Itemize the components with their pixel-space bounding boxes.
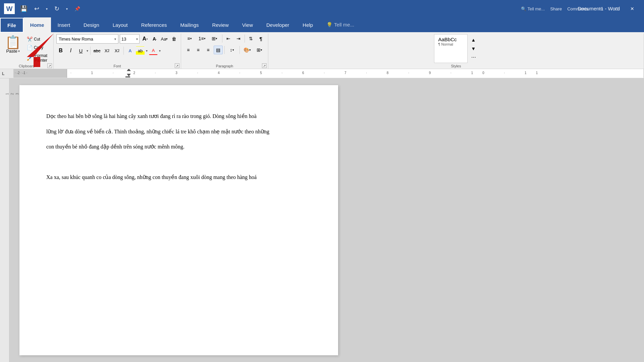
ruler: L · -2 · -1 · · 1 · 2 · 3 · 4 · 5 · 6 · … (0, 69, 644, 78)
sort-button[interactable]: ⇅ (247, 34, 256, 43)
paste-button[interactable]: 📋 Paste ▾ (3, 34, 23, 55)
tab-help[interactable]: Help (296, 17, 320, 32)
normal-style[interactable]: AaBbCc ¶ Normal (434, 34, 468, 63)
decrease-indent-button[interactable]: ⇤ (224, 34, 233, 43)
increase-indent-button[interactable]: ⇥ (234, 34, 243, 43)
font-size-select[interactable]: 13 ▾ (120, 34, 140, 44)
font-expand-button[interactable]: ↗ (175, 63, 179, 68)
subscript-button[interactable]: X2 (103, 46, 111, 55)
font-group: Times New Roma ▾ 13 ▾ A+ A- Aa▾ 🗑 B I (54, 34, 181, 69)
title-bar-right: 🔍 Tell me... Share Comments ─ □ ✕ (521, 3, 640, 14)
bullets-button[interactable]: ≡▾ (184, 34, 195, 43)
ribbon: 📋 Paste ▾ ✂️ Cut 📄 Copy (0, 32, 644, 69)
styles-group-label: Styles (451, 64, 461, 68)
comments-button[interactable]: Comments (567, 6, 588, 11)
format-painter-icon: 🖌️ (27, 55, 33, 61)
format-painter-button[interactable]: 🖌️ Format Painter (24, 52, 51, 64)
change-case-button[interactable]: Aa▾ (160, 35, 169, 43)
styles-more-button[interactable]: ⋯ (469, 53, 478, 62)
copy-button[interactable]: 📄 Copy (24, 44, 51, 51)
undo-dropdown-button[interactable]: ▾ (43, 6, 50, 12)
doc-paragraph-2[interactable]: lững lờ' đưa dòng về biển cả. Thinh thoả… (46, 127, 311, 136)
grow-font-button[interactable]: A+ (141, 35, 149, 43)
paragraph-expand-button[interactable]: ↗ (262, 63, 267, 68)
highlight-dropdown-arrow[interactable]: ▾ (146, 49, 148, 53)
clipboard-group-label: Clipboard (19, 64, 35, 68)
close-button[interactable]: ✕ (625, 3, 640, 14)
styles-scroll-up-button[interactable]: ▲ (469, 36, 478, 44)
styles-scroll-down-button[interactable]: ▼ (469, 44, 478, 53)
cut-button[interactable]: ✂️ Cut (24, 36, 51, 43)
tab-insert[interactable]: Insert (51, 17, 77, 32)
underline-dropdown-arrow[interactable]: ▾ (87, 49, 88, 53)
justify-icon: ▤ (216, 47, 220, 53)
clear-formatting-button[interactable]: 🗑 (170, 35, 178, 43)
tab-mailings[interactable]: Mailings (174, 17, 206, 32)
multilevel-list-button[interactable]: ⊞▾ (209, 34, 220, 43)
paste-icon: 📋 (5, 36, 21, 49)
font-color-dropdown-arrow[interactable]: ▾ (159, 49, 161, 53)
doc-paragraph-1[interactable]: Dọc theo hai bên bờ sông là hai hàng cây… (46, 112, 311, 121)
title-bar-left: W 💾 ↩ ▾ ↻ ▾ 📌 (4, 3, 83, 14)
line-spacing-button[interactable]: ↕▾ (226, 46, 237, 54)
redo-button[interactable]: ↻ (52, 4, 62, 14)
shading-button[interactable]: 🎨▾ (241, 46, 253, 54)
show-hide-button[interactable]: ¶ (256, 34, 265, 43)
search-tell-me[interactable]: 🔍 Tell me... (521, 6, 545, 11)
doc-paragraph-3[interactable]: con thuyền bé nhỏ đang dập dềnh trên són… (46, 142, 311, 151)
align-right-button[interactable]: ≡ (204, 46, 213, 54)
align-center-icon: ≡ (197, 47, 200, 53)
justify-button[interactable]: ▤ (214, 46, 223, 54)
customize-qat-button[interactable]: ▾ (63, 6, 70, 12)
clipboard-expand-button[interactable]: ↗ (47, 63, 52, 68)
align-center-button[interactable]: ≡ (194, 46, 203, 54)
save-button[interactable]: 💾 (17, 4, 30, 14)
tab-stop-icon[interactable]: L (2, 71, 4, 76)
quick-access-toolbar: 💾 ↩ ▾ ↻ ▾ 📌 (17, 4, 83, 14)
paragraph-group-label: Paragraph (216, 64, 233, 68)
tab-view[interactable]: View (235, 17, 260, 32)
strikethrough-button[interactable]: abc (93, 46, 101, 55)
shrink-font-button[interactable]: A- (151, 35, 159, 43)
font-name-select[interactable]: Times New Roma ▾ (56, 34, 118, 44)
doc-paragraph-5[interactable]: Xa xa, sau khúc quanh co của dòng sông, … (46, 173, 311, 182)
underline-button[interactable]: U (76, 46, 85, 55)
tab-developer[interactable]: Developer (260, 17, 296, 32)
tab-tell[interactable]: 💡 Tell me... (320, 17, 361, 32)
line-spacing-icon: ↕ (230, 47, 232, 53)
tab-design[interactable]: Design (77, 17, 106, 32)
tab-home[interactable]: Home (23, 17, 51, 32)
font-size-dropdown-arrow[interactable]: ▾ (136, 37, 138, 41)
numbering-icon: 1≡ (199, 36, 204, 41)
text-effects-button[interactable]: A (126, 46, 135, 55)
document-page: Dọc theo hai bên bờ sông là hai hàng cây… (19, 85, 338, 355)
share-button[interactable]: Share (550, 6, 562, 11)
undo-button[interactable]: ↩ (32, 4, 42, 14)
tab-references[interactable]: References (135, 17, 174, 32)
tab-review[interactable]: Review (206, 17, 235, 32)
left-ruler: -2 -1 1 2 3 (0, 78, 9, 362)
bold-button[interactable]: B (56, 46, 65, 55)
clipboard-group: 📋 Paste ▾ ✂️ Cut 📄 Copy (0, 34, 54, 69)
superscript-button[interactable]: X2 (113, 46, 121, 55)
borders-icon: ⊞ (257, 47, 261, 53)
numbering-button[interactable]: 1≡▾ (196, 34, 208, 43)
document-area[interactable]: Dọc theo hai bên bờ sông là hai hàng cây… (9, 78, 644, 362)
bullets-icon: ≡ (187, 36, 190, 41)
decrease-indent-icon: ⇤ (226, 36, 230, 41)
doc-paragraph-4[interactable] (46, 158, 311, 167)
align-left-button[interactable]: ≡ (184, 46, 193, 54)
ribbon-tabs: File Home Insert Design Layout Reference… (0, 17, 644, 32)
borders-button[interactable]: ⊞▾ (254, 46, 265, 54)
shading-icon: 🎨 (244, 47, 249, 53)
font-name-dropdown-arrow[interactable]: ▾ (114, 37, 116, 41)
paste-dropdown-arrow[interactable]: ▾ (18, 49, 20, 53)
highlight-button[interactable]: ab (136, 46, 145, 55)
paragraph-mark-icon: ¶ (260, 36, 262, 42)
italic-button[interactable]: I (66, 46, 75, 55)
tab-file[interactable]: File (0, 18, 23, 33)
tab-layout[interactable]: Layout (106, 17, 135, 32)
font-color-button[interactable]: A (149, 46, 158, 55)
pin-button[interactable]: 📌 (72, 5, 83, 13)
font-group-label: Font (113, 64, 121, 68)
